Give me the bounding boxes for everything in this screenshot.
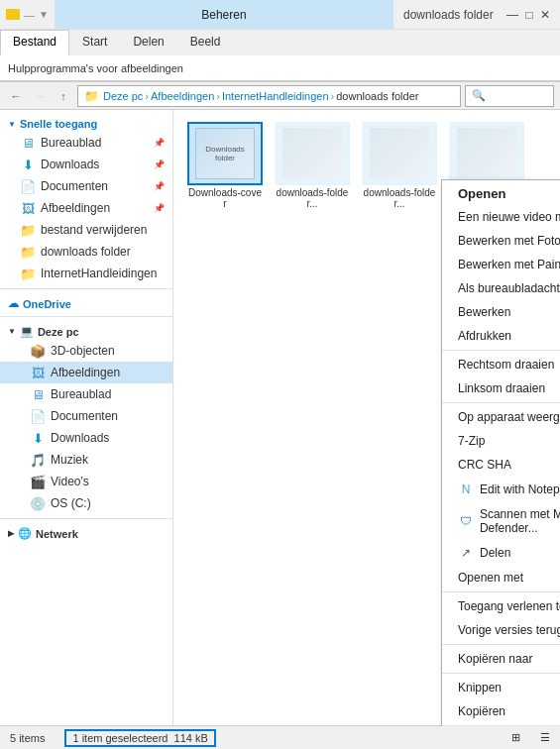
sidebar-item-videos[interactable]: 🎬 Video's	[0, 471, 172, 492]
ctx-copy-to[interactable]: Kopiëren naar ›	[442, 647, 560, 671]
sidebar-divider2	[0, 316, 172, 317]
up-button[interactable]: ↑	[54, 86, 73, 106]
sep2: ›	[216, 90, 220, 102]
thispc-title[interactable]: ▼ 💻 Deze pc	[0, 321, 172, 340]
sidebar-item-afbeeldingen-pc[interactable]: 🖼 Afbeeldingen	[0, 362, 172, 383]
tab-start[interactable]: Start	[69, 30, 120, 55]
sidebar-item-osc[interactable]: 💿 OS (C:)	[0, 492, 172, 514]
title-bar-beheren: Beheren	[55, 0, 393, 29]
search-icon: 🔍	[472, 89, 486, 102]
address-path[interactable]: 📁 Deze pc › Afbeeldingen › InternetHandl…	[77, 85, 461, 107]
title-bar-left: — ▼	[0, 9, 55, 21]
view-list[interactable]: ☰	[540, 731, 550, 744]
video-icon: 🎬	[30, 474, 46, 489]
ctx-notepad[interactable]: N Edit with Notepad++	[442, 477, 560, 502]
path-afbeeldingen[interactable]: Afbeeldingen	[151, 90, 214, 102]
file-thumbnail-4[interactable]	[449, 122, 524, 185]
minimize-btn[interactable]: —	[506, 8, 518, 22]
list-item[interactable]: downloads-folde r...	[273, 122, 352, 209]
sidebar-item-downloads-qa[interactable]: ⬇ Downloads 📌	[0, 154, 172, 175]
ctx-rotate-left[interactable]: Linksom draaien	[442, 376, 560, 400]
ctx-sep4	[442, 644, 560, 645]
sidebar-item-bureaublad-qa[interactable]: 🖥 Bureaublad 📌	[0, 132, 172, 154]
ctx-sep3	[442, 591, 560, 592]
downloads-pc-icon: ⬇	[30, 430, 46, 446]
list-item[interactable]: Downloadsfolder Downloads-cove r	[185, 122, 265, 209]
pc-icon: 💻	[20, 325, 34, 338]
ctx-copy[interactable]: Kopiëren	[442, 699, 560, 723]
path-internethandleidingen[interactable]: InternetHandleidingen	[222, 90, 329, 102]
sep1: ›	[145, 90, 149, 102]
3d-icon: 📦	[30, 343, 46, 359]
back-button[interactable]: ←	[6, 86, 26, 106]
quick-access-title[interactable]: ▼ Snelle toegang	[0, 114, 172, 132]
file-name-1: Downloads-cove r	[185, 187, 265, 209]
file-thumbnail-3[interactable]	[362, 122, 437, 185]
ribbon-tabs: Bestand Start Delen Beeld	[0, 30, 560, 55]
sidebar-item-documenten-qa[interactable]: 📄 Documenten 📌	[0, 175, 172, 197]
sidebar-item-3d[interactable]: 📦 3D-objecten	[0, 340, 172, 362]
ctx-print[interactable]: Afdrukken	[442, 324, 560, 348]
sidebar-item-afbeeldingen-qa[interactable]: 🖼 Afbeeldingen 📌	[0, 197, 172, 219]
ctx-crc[interactable]: CRC SHA ›	[442, 453, 560, 477]
ctx-rotate-right[interactable]: Rechtsom draaien	[442, 353, 560, 376]
path-deze-pc[interactable]: Deze pc	[103, 90, 143, 102]
network-expand: ▶	[8, 529, 14, 538]
ctx-defender[interactable]: 🛡 Scannen met Microsoft Defender...	[442, 502, 560, 540]
ctx-edit-paint3d[interactable]: Bewerken met Paint 3D	[442, 253, 560, 276]
address-bar: ← → ↑ 📁 Deze pc › Afbeeldingen › Interne…	[0, 82, 560, 110]
ctx-new-video[interactable]: Een nieuwe video maken	[442, 205, 560, 229]
defender-icon: 🛡	[458, 513, 474, 529]
sidebar-item-downloads-folder[interactable]: 📁 downloads folder	[0, 241, 172, 263]
status-items-count: 5 items	[10, 732, 45, 744]
ctx-grant-access[interactable]: Toegang verlenen tot ›	[442, 594, 560, 618]
forward-button[interactable]: →	[30, 86, 50, 106]
sidebar-item-bestand-verwijderen[interactable]: 📁 bestand verwijderen	[0, 219, 172, 241]
sidebar-item-internethandleidingen[interactable]: 📁 InternetHandleidingen	[0, 263, 172, 284]
sidebar-item-bureaublad-pc[interactable]: 🖥 Bureaublad	[0, 383, 172, 405]
onedrive-title[interactable]: ☁ OneDrive	[0, 293, 172, 312]
view-icons[interactable]: ⊞	[511, 731, 520, 744]
close-btn[interactable]: ✕	[540, 8, 550, 22]
sidebar-divider1	[0, 288, 172, 289]
pin-icon2: 📌	[154, 160, 165, 169]
search-button[interactable]: 🔍	[465, 85, 554, 107]
title-minimize[interactable]: —	[24, 9, 35, 21]
file-thumbnail-2[interactable]	[275, 122, 350, 185]
tab-beeld[interactable]: Beeld	[177, 30, 234, 55]
network-title[interactable]: ▶ 🌐 Netwerk	[0, 523, 172, 542]
thispc-arrow: ▼	[8, 327, 16, 336]
file-thumbnail-1[interactable]: Downloadsfolder	[187, 122, 263, 185]
ctx-set-bg[interactable]: Als bureaubladachtergrond gebruiken	[442, 276, 560, 300]
folder-icon-df: 📁	[20, 244, 36, 260]
ctx-edit[interactable]: Bewerken	[442, 300, 560, 324]
ctx-share[interactable]: ↗ Delen	[442, 540, 560, 566]
documents-icon: 📄	[20, 178, 36, 194]
notepad-icon: N	[458, 482, 474, 497]
sidebar-item-downloads-pc[interactable]: ⬇ Downloads	[0, 427, 172, 449]
ctx-open-with[interactable]: Openen met ›	[442, 566, 560, 589]
tab-bestand[interactable]: Bestand	[0, 30, 69, 55]
ctx-sep1	[442, 350, 560, 351]
pin-icon: 📌	[154, 138, 165, 148]
ctx-open-header[interactable]: Openen	[442, 180, 560, 205]
title-bar-filename: downloads folder — □ ✕	[393, 8, 560, 22]
ctx-cut[interactable]: Knippen	[442, 676, 560, 699]
ctx-edit-photos[interactable]: Bewerken met Foto's	[442, 229, 560, 253]
desktop-icon: 🖥	[20, 135, 36, 151]
ctx-7zip[interactable]: 7-Zip ›	[442, 429, 560, 453]
ctx-restore-versions[interactable]: Vorige versies terugzetten	[442, 618, 560, 642]
pin-icon3: 📌	[154, 181, 165, 191]
tab-delen[interactable]: Delen	[120, 30, 176, 55]
sidebar-item-documenten-pc[interactable]: 📄 Documenten	[0, 405, 172, 427]
onedrive-icon: ☁	[8, 297, 19, 310]
maximize-btn[interactable]: □	[525, 8, 532, 22]
ctx-sep5	[442, 673, 560, 674]
sidebar-item-muziek[interactable]: 🎵 Muziek	[0, 449, 172, 471]
pin-icon4: 📌	[154, 203, 165, 213]
network-icon: 🌐	[18, 527, 32, 540]
list-item[interactable]: downloads-folde r...	[360, 122, 439, 209]
title-bar: — ▼ Beheren downloads folder — □ ✕	[0, 0, 560, 30]
folder-icon	[6, 9, 20, 20]
ctx-cast[interactable]: Op apparaat weergeven ›	[442, 405, 560, 429]
